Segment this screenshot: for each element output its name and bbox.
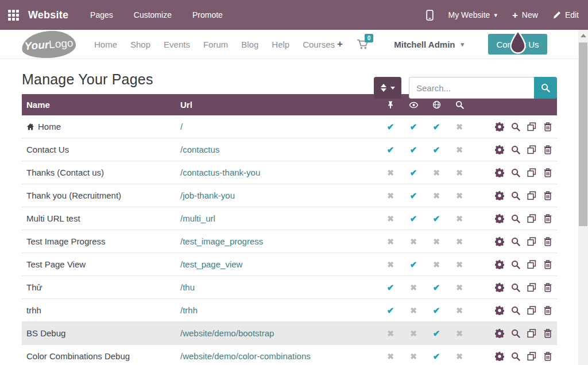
published-toggle[interactable]: ✔	[425, 282, 448, 293]
admin-menu-item[interactable]: Customize	[134, 10, 172, 20]
scrollbar-up-arrow[interactable]	[578, 30, 588, 41]
delete-trash-icon[interactable]	[543, 283, 552, 292]
page-url-link[interactable]: /contactus	[180, 145, 379, 154]
indexed-toggle[interactable]: ✖	[448, 122, 471, 131]
table-row[interactable]: Thanks (Contact us) /contactus-thank-you…	[22, 161, 557, 184]
table-row[interactable]: BS Debug /website/demo/bootstrap ✖ ✖ ✔ ✖	[22, 322, 557, 345]
settings-gear-icon[interactable]	[495, 306, 504, 315]
visible-toggle[interactable]: ✔	[402, 259, 425, 270]
settings-gear-icon[interactable]	[495, 329, 504, 338]
indexed-toggle[interactable]: ✖	[448, 145, 471, 154]
pinned-toggle[interactable]: ✖	[379, 168, 402, 177]
add-page-plus-icon[interactable]: +	[337, 38, 343, 50]
site-nav-link[interactable]: Shop	[130, 40, 150, 49]
visible-toggle[interactable]: ✖	[402, 329, 425, 338]
published-toggle[interactable]: ✖	[425, 168, 448, 177]
delete-trash-icon[interactable]	[543, 214, 552, 223]
delete-trash-icon[interactable]	[543, 191, 552, 200]
site-logo[interactable]: YourLogo	[21, 29, 76, 59]
table-row[interactable]: Test Page View /test_page_view ✖ ✔ ✖ ✖	[22, 253, 557, 276]
page-name-cell[interactable]: Contact Us	[22, 145, 180, 154]
preview-search-icon[interactable]	[511, 145, 520, 154]
clone-copy-icon[interactable]	[527, 283, 536, 292]
settings-gear-icon[interactable]	[495, 352, 504, 361]
settings-gear-icon[interactable]	[495, 168, 504, 177]
page-name-cell[interactable]: Thử	[22, 282, 180, 292]
table-row[interactable]: Contact Us /contactus ✔ ✔ ✔ ✖	[22, 138, 557, 161]
delete-trash-icon[interactable]	[543, 122, 552, 131]
delete-trash-icon[interactable]	[543, 329, 552, 338]
clone-copy-icon[interactable]	[527, 306, 536, 315]
preview-search-icon[interactable]	[511, 329, 520, 338]
settings-gear-icon[interactable]	[495, 145, 504, 154]
table-row[interactable]: Multi URL test /multi_url ✖ ✔ ✔ ✖	[22, 207, 557, 230]
preview-search-icon[interactable]	[511, 237, 520, 246]
contact-us-button[interactable]: Contact Us	[488, 34, 547, 55]
indexed-toggle[interactable]: ✖	[448, 260, 471, 269]
app-title[interactable]: Website	[28, 9, 68, 21]
visible-toggle[interactable]: ✔	[402, 213, 425, 224]
published-toggle[interactable]: ✖	[425, 237, 448, 246]
page-url-link[interactable]: /test_page_view	[180, 259, 379, 269]
table-row[interactable]: trhh /trhh ✔ ✖ ✔ ✖	[22, 299, 557, 322]
preview-search-icon[interactable]	[511, 306, 520, 315]
pinned-toggle[interactable]: ✖	[379, 352, 402, 361]
page-name-cell[interactable]: Test Image Progress	[22, 236, 180, 246]
settings-gear-icon[interactable]	[495, 260, 504, 269]
page-name-cell[interactable]: Thank you (Recruitment)	[22, 191, 180, 200]
page-url-link[interactable]: /website/demo/bootstrap	[180, 328, 379, 338]
published-toggle[interactable]: ✖	[425, 260, 448, 269]
website-switcher[interactable]: My Website ▾	[448, 10, 497, 20]
vertical-scrollbar[interactable]	[578, 30, 588, 365]
pinned-toggle[interactable]: ✔	[379, 305, 402, 316]
edit-button[interactable]: Edit	[553, 10, 579, 20]
table-row[interactable]: Color Combinations Debug /website/demo/c…	[22, 345, 557, 365]
preview-search-icon[interactable]	[511, 214, 520, 223]
table-row[interactable]: Test Image Progress /test_image_progress…	[22, 230, 557, 253]
clone-copy-icon[interactable]	[527, 122, 536, 131]
admin-menu-item[interactable]: Pages	[90, 10, 113, 20]
table-row[interactable]: Thử /thu ✔ ✖ ✔ ✖	[22, 276, 557, 299]
published-toggle[interactable]: ✔	[425, 351, 448, 362]
visible-toggle[interactable]: ✖	[402, 283, 425, 292]
settings-gear-icon[interactable]	[495, 283, 504, 292]
page-url-link[interactable]: /trhh	[180, 305, 379, 315]
page-name-cell[interactable]: Thanks (Contact us)	[22, 168, 180, 177]
published-toggle[interactable]: ✔	[425, 305, 448, 316]
pinned-toggle[interactable]: ✔	[379, 122, 402, 132]
mobile-preview-button[interactable]	[426, 10, 434, 21]
clone-copy-icon[interactable]	[527, 168, 536, 177]
page-url-link[interactable]: /thu	[180, 282, 379, 292]
indexed-toggle[interactable]: ✖	[448, 352, 471, 361]
indexed-toggle[interactable]: ✖	[448, 191, 471, 200]
visible-toggle[interactable]: ✖	[402, 237, 425, 246]
clone-copy-icon[interactable]	[527, 214, 536, 223]
cart-button[interactable]: 0	[357, 39, 369, 50]
pinned-toggle[interactable]: ✖	[379, 237, 402, 246]
site-nav-link[interactable]: Home	[94, 40, 117, 49]
clone-copy-icon[interactable]	[527, 145, 536, 154]
preview-search-icon[interactable]	[511, 260, 520, 269]
delete-trash-icon[interactable]	[543, 352, 552, 361]
preview-search-icon[interactable]	[511, 352, 520, 361]
page-name-cell[interactable]: Color Combinations Debug	[22, 351, 180, 361]
page-url-link[interactable]: /contactus-thank-you	[180, 168, 379, 177]
search-button[interactable]	[534, 77, 557, 99]
new-button[interactable]: + New	[512, 10, 538, 20]
visible-toggle[interactable]: ✖	[402, 352, 425, 361]
page-name-cell[interactable]: Multi URL test	[22, 213, 180, 223]
pinned-toggle[interactable]: ✖	[379, 260, 402, 269]
preview-search-icon[interactable]	[511, 283, 520, 292]
page-name-cell[interactable]: Test Page View	[22, 259, 180, 269]
delete-trash-icon[interactable]	[543, 145, 552, 154]
clone-copy-icon[interactable]	[527, 237, 536, 246]
delete-trash-icon[interactable]	[543, 260, 552, 269]
page-url-link[interactable]: /	[180, 122, 379, 131]
visible-toggle[interactable]: ✔	[402, 191, 425, 201]
visible-toggle[interactable]: ✔	[402, 168, 425, 178]
site-nav-link[interactable]: Help	[272, 40, 289, 49]
settings-gear-icon[interactable]	[495, 214, 504, 223]
pinned-toggle[interactable]: ✔	[379, 282, 402, 293]
clone-copy-icon[interactable]	[527, 352, 536, 361]
published-toggle[interactable]: ✔	[425, 328, 448, 339]
